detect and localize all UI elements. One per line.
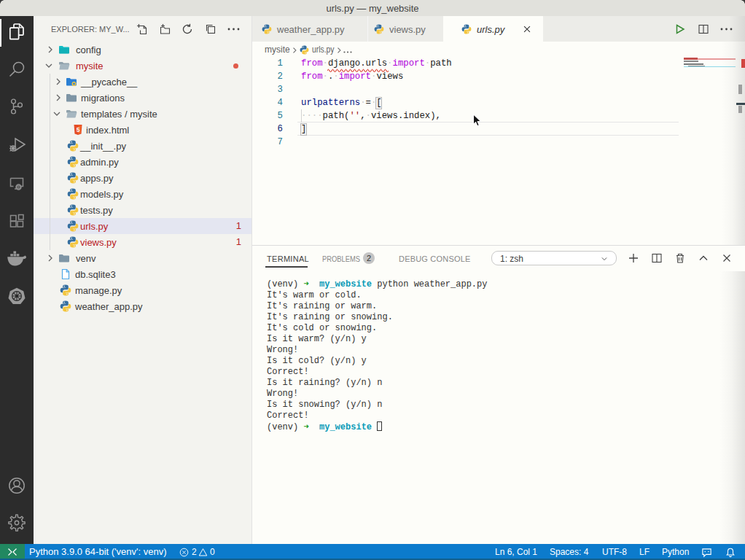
svg-text:5: 5 <box>77 126 80 133</box>
